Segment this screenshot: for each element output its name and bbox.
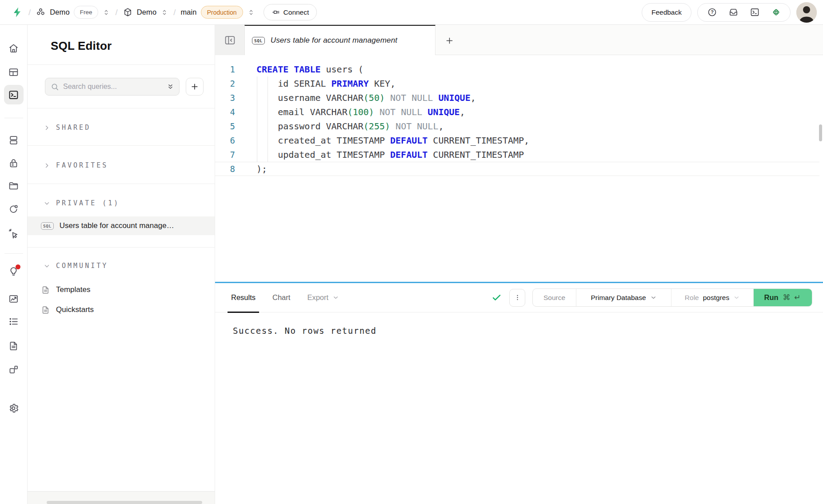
section-community[interactable]: COMMUNITY: [28, 259, 215, 272]
breadcrumb-separator: /: [173, 8, 176, 17]
section-label: FAVORITES: [56, 161, 108, 169]
section-favorites[interactable]: FAVORITES: [28, 159, 215, 172]
section-private[interactable]: PRIVATE (1): [28, 196, 215, 210]
page-title: SQL Editor: [51, 39, 112, 53]
tables-icon[interactable]: [4, 62, 24, 82]
utility-icon-group: ?: [697, 3, 791, 22]
breadcrumb-separator: /: [115, 8, 117, 17]
notification-dot: [16, 264, 20, 269]
status-message: Success. No rows returned: [233, 326, 376, 336]
unfold-icon[interactable]: [160, 8, 168, 16]
role-selector[interactable]: Role postgres: [671, 289, 754, 306]
search-icon: [51, 83, 59, 91]
code-editor[interactable]: 1CREATE TABLE users (2 id SERIAL PRIMARY…: [215, 55, 823, 282]
main-area: SQL Users table for account management 1…: [215, 25, 823, 504]
document-icon[interactable]: [4, 336, 24, 356]
code-line[interactable]: 8);: [215, 162, 823, 176]
line-number: 2: [215, 76, 242, 91]
connect-button[interactable]: Connect: [264, 4, 317, 20]
run-button[interactable]: Run ⌘ ↵: [754, 289, 812, 306]
terminal-icon[interactable]: [744, 4, 765, 21]
divider: [28, 184, 215, 184]
svg-text:?: ?: [711, 9, 714, 15]
neon-logo-icon[interactable]: [12, 6, 24, 18]
code-text: updated_at TIMESTAMP DEFAULT CURRENT_TIM…: [242, 148, 524, 162]
results-toolbar: Results Chart Export: [215, 283, 823, 312]
tab-results[interactable]: Results: [228, 283, 259, 312]
section-shared[interactable]: SHARED: [28, 121, 215, 134]
list-icon[interactable]: [4, 312, 24, 331]
help-icon[interactable]: ?: [701, 4, 723, 21]
search-input[interactable]: [63, 83, 166, 91]
terminal-icon[interactable]: [4, 85, 24, 104]
check-icon: [491, 292, 502, 303]
tab-export[interactable]: Export: [304, 283, 343, 312]
run-label: Run: [764, 293, 778, 302]
line-number: 7: [215, 148, 242, 162]
active-editor-tab[interactable]: SQL Users table for account management: [244, 25, 435, 55]
tab-label: Results: [231, 293, 256, 302]
puzzle-icon[interactable]: [4, 360, 24, 380]
list-item-templates[interactable]: Templates: [28, 280, 215, 299]
lightbulb-icon[interactable]: [4, 261, 24, 281]
vertical-scrollbar[interactable]: [819, 124, 822, 141]
section-label: PRIVATE (1): [56, 199, 120, 207]
source-button[interactable]: Source: [533, 289, 576, 306]
code-line[interactable]: 1CREATE TABLE users (: [215, 62, 823, 76]
query-item-label: Users table for account management: [60, 221, 180, 230]
tab-title: Users table for account management: [271, 36, 398, 45]
inbox-icon[interactable]: [723, 4, 744, 21]
divider: [4, 253, 23, 254]
home-icon[interactable]: [4, 38, 24, 58]
unfold-icon[interactable]: [247, 8, 255, 16]
org-icon: [36, 7, 46, 17]
code-line[interactable]: 7 updated_at TIMESTAMP DEFAULT CURRENT_T…: [215, 148, 823, 162]
breadcrumb: / Demo Free / Demo /: [0, 4, 317, 20]
horizontal-scrollbar[interactable]: [47, 501, 202, 504]
avatar[interactable]: [796, 2, 817, 23]
collapse-sidebar-icon[interactable]: [224, 34, 236, 46]
feedback-button[interactable]: Feedback: [642, 3, 691, 22]
code-line[interactable]: 6 created_at TIMESTAMP DEFAULT CURRENT_T…: [215, 133, 823, 148]
code-text: CREATE TABLE users (: [242, 62, 364, 76]
code-line[interactable]: 2 id SERIAL PRIMARY KEY,: [215, 76, 823, 91]
folder-icon[interactable]: [4, 176, 24, 196]
more-options-button[interactable]: [509, 289, 525, 307]
database-icon[interactable]: [4, 130, 24, 150]
diamond-o-icon[interactable]: [765, 4, 787, 21]
project-selector[interactable]: Demo: [123, 7, 168, 17]
code-text: username VARCHAR(50) NOT NULL UNIQUE,: [242, 91, 476, 105]
orbit-icon[interactable]: [4, 199, 24, 219]
divider: [4, 118, 23, 118]
unfold-icon[interactable]: [102, 8, 110, 16]
code-line[interactable]: 4 email VARCHAR(100) NOT NULL UNIQUE,: [215, 105, 823, 119]
org-selector[interactable]: Demo Free: [36, 6, 110, 19]
lock-icon[interactable]: [4, 153, 24, 173]
line-number: 6: [215, 133, 242, 148]
gear-icon[interactable]: [4, 398, 24, 418]
list-item-quickstarts[interactable]: Quickstarts: [28, 300, 215, 319]
cursor-click-icon[interactable]: [4, 224, 24, 243]
plan-badge: Free: [74, 6, 99, 19]
chevron-down-icon: [332, 294, 339, 301]
query-list-item[interactable]: SQL Users table for account management: [28, 216, 215, 235]
list-item-label: Templates: [56, 285, 90, 294]
tab-chart[interactable]: Chart: [269, 283, 294, 312]
code-text: );: [242, 162, 267, 176]
unfold-more-icon[interactable]: [166, 83, 175, 91]
run-control-group: Source Primary Database Role postgres: [532, 288, 812, 307]
chart-icon[interactable]: [4, 289, 24, 308]
code-line[interactable]: 3 username VARCHAR(50) NOT NULL UNIQUE,: [215, 91, 823, 105]
code-line[interactable]: 5 password VARCHAR(255) NOT NULL,: [215, 119, 823, 133]
breadcrumb-separator: /: [28, 8, 31, 17]
tab-label: Export: [307, 293, 328, 302]
tab-label: Chart: [272, 293, 290, 302]
new-tab-button[interactable]: [443, 35, 456, 46]
database-selector[interactable]: Primary Database: [576, 289, 671, 306]
search-queries-box: [45, 78, 180, 96]
branch-selector[interactable]: main Production: [180, 6, 255, 19]
new-query-button[interactable]: [186, 78, 204, 96]
section-label: COMMUNITY: [56, 262, 108, 270]
sql-editor-app: / Demo Free / Demo /: [0, 0, 823, 504]
sql-badge: SQL: [41, 222, 54, 230]
